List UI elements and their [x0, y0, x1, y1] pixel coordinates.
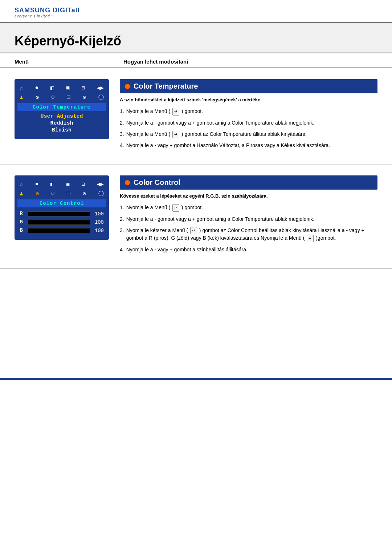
enter-icon-cc-3: ↵ [307, 235, 314, 242]
rgb-value-r: 100 [92, 211, 104, 217]
step-2-4: 4. Nyomja le a - vagy + gombot a szinbeá… [120, 246, 377, 254]
section2-steps: 1. Nyomja le a Menű ( ↵ ) gombot. 2. Nyo… [120, 204, 377, 254]
circle-dot-icon: ⊙ [83, 94, 86, 101]
rgb-value-g: 100 [92, 219, 104, 225]
color-control-section: ☆ ● ◧ ▣ ⊟ ◀▶ ♟ ⊛ ☺ □ ⊙ ⓘ Color Control R… [0, 165, 392, 269]
osd-panel-color-control: ☆ ● ◧ ▣ ⊟ ◀▶ ♟ ⊛ ☺ □ ⊙ ⓘ Color Control R… [15, 175, 109, 240]
rgb-value-b: 100 [92, 228, 104, 234]
color-temperature-content: Color Temperature A szin hőmérséklet a k… [120, 79, 377, 153]
enter-icon-2: ↵ [172, 131, 179, 138]
step-1-1: 1. Nyomja le a Menű ( ↵ ) gombot. [120, 108, 377, 116]
enter-icon-1: ↵ [172, 108, 179, 116]
top-bar: SAMSUNG DIGITall everyone's invited™ [0, 0, 392, 23]
osd-selected-item: User Adjusted [17, 113, 106, 119]
logo-area: SAMSUNG DIGITall everyone's invited™ [15, 7, 377, 18]
enter-icon-cc-2: ↵ [190, 227, 197, 235]
contrast-icon: ● [35, 85, 39, 91]
rgb-label-b: B [20, 227, 25, 234]
section-title-text-1: Color Temperature [134, 82, 198, 90]
square-icon-cc: □ [67, 191, 70, 197]
osd-rgb-row-g: G 100 [17, 218, 106, 226]
step-2-2: 2. Nyomja le a - gombot vagy a + gombot … [120, 215, 377, 223]
section1-steps: 1. Nyomja le a Menű ( ↵ ) gombot. 2. Nyo… [120, 108, 377, 149]
face-icon-cc: ☺ [51, 191, 54, 197]
sharpness-icon-cc: ◧ [50, 181, 54, 188]
step-1-3: 3. Nyomja le a Menű ( ↵ ) gombot az Colo… [120, 130, 377, 138]
palette-icon-cc: ⊛ [36, 190, 39, 197]
osd-icons-row1: ☆ ● ◧ ▣ ⊟ ◀▶ [17, 83, 106, 93]
section-title-bar-2: Color Control [120, 175, 377, 190]
section2-subtitle: Kövesse ezeket a lépéseket az egyéni R,G… [120, 193, 377, 199]
bottom-bar [0, 378, 392, 380]
section-title-bar-1: Color Temperature [120, 79, 377, 93]
page-title: Képernyő-Kijelző [15, 33, 377, 49]
contrast-icon-cc: ● [35, 181, 39, 187]
rgb-label-g: G [20, 219, 25, 225]
brand-name: SAMSUNG DIGITall [15, 7, 80, 14]
logo-tagline: everyone's invited™ [15, 14, 54, 18]
osd-rgb-row-r: R 100 [17, 210, 106, 218]
enter-icon-cc-1: ↵ [172, 204, 179, 212]
osd-icons-row2: ♟ ⊛ ☺ □ ⊙ ⓘ [17, 93, 106, 103]
info-icon-cc: ⓘ [98, 190, 104, 197]
rgb-label-r: R [20, 211, 25, 217]
osd-active-label-cc: Color Control [17, 199, 106, 207]
col-how-header: Hogyan lehet modositani [123, 58, 377, 65]
step-1-4: 4. Nyomja le a - vagy + gombot a Használ… [120, 142, 377, 149]
custom-icon-cc: ▣ [66, 181, 70, 188]
color-temperature-section: ☆ ● ◧ ▣ ⊟ ◀▶ ♟ ⊛ ☺ □ ⊙ ⓘ Color Temperatu… [0, 68, 392, 165]
info-icon: ⓘ [98, 94, 104, 101]
sharpness-icon: ◧ [50, 84, 54, 92]
timer-icon: ⊟ [81, 84, 85, 92]
signal-icon-cc: ◀▶ [97, 181, 104, 188]
brightness-icon: ☆ [20, 84, 23, 92]
osd-item-bluish: Bluish [17, 127, 106, 133]
rgb-bar-r [28, 211, 90, 216]
samsung-logo: SAMSUNG DIGITall [15, 7, 80, 14]
rgb-bar-b [28, 228, 90, 233]
section-title-text-2: Color Control [134, 178, 180, 187]
rgb-bar-g [28, 220, 90, 225]
bottom-spacer [0, 269, 392, 378]
signal-icon: ◀▶ [97, 84, 104, 92]
title-dot-2 [125, 180, 130, 185]
osd-rgb-row-b: B 100 [17, 226, 106, 235]
square-icon: □ [67, 94, 70, 101]
osd-panel-color-temp: ☆ ● ◧ ▣ ⊟ ◀▶ ♟ ⊛ ☺ □ ⊙ ⓘ Color Temperatu… [15, 79, 109, 139]
person-icon: ♟ [20, 94, 23, 101]
step-2-3: 3. Nyomja le kétszer a Menű ( ↵ ) gombot… [120, 227, 377, 242]
osd-active-label: Color Temperature [17, 103, 106, 111]
title-dot-1 [125, 84, 130, 89]
color-control-content: Color Control Kövesse ezeket a lépéseket… [120, 175, 377, 257]
step-2-1: 1. Nyomja le a Menű ( ↵ ) gombot. [120, 204, 377, 212]
brightness-icon-cc: ☆ [20, 181, 23, 188]
timer-icon-cc: ⊟ [81, 181, 85, 188]
palette-icon: ⊛ [36, 94, 39, 101]
circle-dot-icon-cc: ⊙ [83, 190, 86, 197]
custom-icon: ▣ [66, 84, 70, 92]
columns-header: Menü Hogyan lehet modositani [0, 53, 392, 68]
col-menu-header: Menü [15, 58, 123, 65]
osd-item-reddish: Reddish [17, 120, 106, 126]
osd-icons-row1-cc: ☆ ● ◧ ▣ ⊟ ◀▶ [17, 179, 106, 189]
section1-subtitle: A szin hőmérséklet a kijelzett szinek 'm… [120, 97, 377, 102]
page-title-section: Képernyő-Kijelző [0, 23, 392, 53]
osd-icons-row2-cc: ♟ ⊛ ☺ □ ⊙ ⓘ [17, 189, 106, 199]
face-icon: ☺ [51, 94, 54, 101]
person-icon-cc: ♟ [20, 190, 23, 197]
step-1-2: 2. Nyomja le a - gombot vagy a + gombot … [120, 119, 377, 127]
